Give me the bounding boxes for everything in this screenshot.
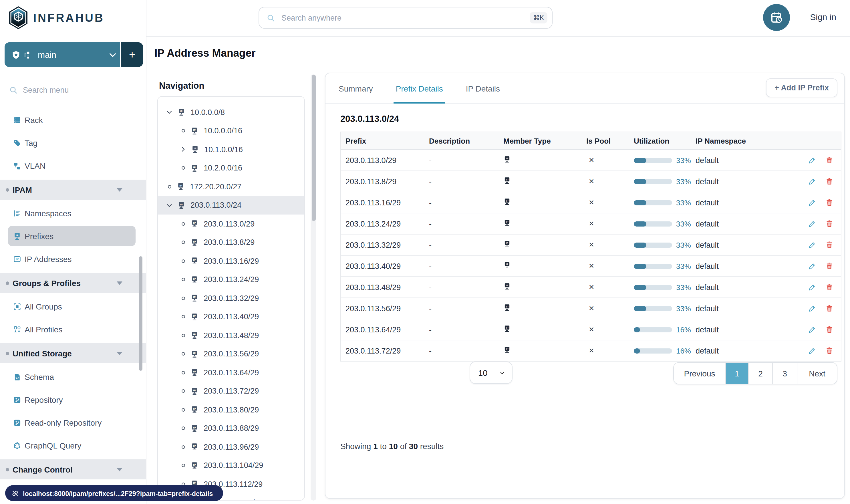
utilization-value: 33% (676, 262, 691, 270)
tree-item[interactable]: IP10.0.0.0/8 (158, 103, 304, 122)
sidebar-item-vlan[interactable]: VLAN (0, 155, 146, 177)
tab-summary[interactable]: Summary (336, 84, 375, 104)
sidebar-search-input[interactable] (22, 85, 146, 95)
sidebar-item-label: Tag (24, 139, 37, 148)
page-button-3[interactable]: 3 (772, 363, 797, 384)
tree-item[interactable]: IP203.0.113.88/29 (158, 419, 304, 438)
edit-icon[interactable] (808, 199, 816, 206)
page-size-select[interactable]: 10 (470, 362, 512, 384)
delete-icon[interactable] (826, 156, 833, 164)
sidebar-section-ipam[interactable]: IPAM (0, 180, 146, 200)
profiles-icon (13, 325, 21, 334)
delete-icon[interactable] (826, 325, 833, 334)
tree-item[interactable]: IP203.0.113.56/29 (158, 345, 304, 363)
page-button-1[interactable]: 1 (725, 363, 748, 384)
cell-utilization: 16% (629, 346, 691, 355)
delete-icon[interactable] (826, 199, 833, 206)
tab-prefix-details[interactable]: Prefix Details (394, 84, 445, 104)
sidebar-item-all-profiles[interactable]: All Profiles (0, 318, 146, 341)
table-row: 203.0.113.8/29-IP✕33%default (341, 170, 841, 192)
search-icon (267, 14, 275, 22)
tree-item[interactable]: IP203.0.113.0/24 (158, 196, 304, 215)
sidebar-scrollbar[interactable] (139, 256, 142, 371)
delete-icon[interactable] (826, 262, 833, 270)
sidebar-item-label: Namespaces (24, 209, 71, 218)
cell-actions (791, 156, 841, 164)
table-row: 203.0.113.0/29-IP✕33%default (341, 150, 841, 170)
tree-item[interactable]: IP10.1.0.0/16 (158, 140, 304, 159)
svg-text:IP: IP (506, 242, 508, 245)
edit-icon[interactable] (808, 177, 816, 185)
cell-ip-namespace: default (691, 346, 791, 355)
sidebar-item-prefixes[interactable]: IPPrefixes (0, 225, 146, 248)
sidebar-item-repository[interactable]: Repository (0, 389, 146, 411)
cell-member-type: IP (499, 198, 582, 207)
ip-prefix-icon: IP (177, 108, 185, 116)
sign-in-button[interactable]: Sign in (810, 12, 836, 22)
sidebar-item-namespaces[interactable]: Namespaces (0, 202, 146, 225)
tree-item[interactable]: IP203.0.113.8/29 (158, 233, 304, 252)
delete-icon[interactable] (826, 220, 833, 228)
sidebar-item-all-groups[interactable]: All Groups (0, 295, 146, 318)
page-button-next[interactable]: Next (797, 363, 837, 384)
tree-item[interactable]: IP203.0.113.64/29 (158, 363, 304, 382)
tree-item[interactable]: IP203.0.113.96/29 (158, 438, 304, 456)
delete-icon[interactable] (826, 304, 833, 312)
sidebar-item-rack[interactable]: Rack (0, 109, 146, 131)
svg-text:IP: IP (506, 157, 508, 160)
sidebar-item-read-only-repository[interactable]: Read-only Repository (0, 411, 146, 434)
tree-item[interactable]: IP172.20.20.0/27 (158, 177, 304, 196)
cell-prefix: 203.0.113.16/29 (341, 198, 424, 207)
page-button-previous[interactable]: Previous (674, 363, 725, 384)
delete-icon[interactable] (826, 241, 833, 249)
sidebar-section-groups-profiles[interactable]: Groups & Profiles (0, 273, 146, 293)
tree-item[interactable]: IP203.0.113.0/29 (158, 215, 304, 233)
sidebar-section-unified-storage[interactable]: Unified Storage (0, 343, 146, 363)
edit-icon[interactable] (808, 241, 816, 249)
tree-item[interactable]: IP203.0.113.32/29 (158, 289, 304, 307)
edit-icon[interactable] (808, 220, 816, 228)
branch-selector[interactable]: main + (4, 42, 143, 67)
tree-item[interactable]: IP10.0.0.0/16 (158, 122, 304, 140)
schedule-button[interactable] (763, 4, 790, 31)
add-ip-prefix-button[interactable]: + Add IP Prefix (766, 78, 837, 97)
sidebar-search[interactable] (0, 79, 146, 101)
tree-item[interactable]: IP203.0.113.80/29 (158, 400, 304, 419)
cell-is-pool: ✕ (582, 241, 629, 249)
tree-item[interactable]: IP203.0.113.40/29 (158, 307, 304, 326)
sidebar-item-tag[interactable]: Tag (0, 131, 146, 155)
tree-item[interactable]: IP10.2.0.0/16 (158, 159, 304, 177)
edit-icon[interactable] (808, 304, 816, 312)
sidebar-item-ip-addresses[interactable]: IPIP Addresses (0, 248, 146, 271)
tree-item[interactable]: IP203.0.113.24/29 (158, 270, 304, 289)
logo[interactable]: INFRAHUB (0, 0, 146, 36)
svg-text:IP: IP (193, 258, 196, 262)
edit-icon[interactable] (808, 325, 816, 334)
sidebar-item-schema[interactable]: Schema (0, 365, 146, 389)
sidebar-item-graphql-query[interactable]: GraphQL Query (0, 434, 146, 457)
delete-icon[interactable] (826, 283, 833, 291)
tree-scrollbar-thumb[interactable] (312, 75, 315, 221)
tree-item-label: 203.0.113.96/29 (204, 443, 259, 451)
tree-item[interactable]: IP203.0.113.16/29 (158, 252, 304, 270)
ip-prefix-icon: IP (191, 164, 198, 172)
delete-icon[interactable] (826, 347, 833, 355)
page-button-2[interactable]: 2 (748, 363, 772, 384)
utilization-bar (634, 200, 672, 205)
tree-item[interactable]: IP203.0.113.72/29 (158, 382, 304, 400)
global-search[interactable]: ⌘K (258, 7, 553, 29)
add-branch-button[interactable]: + (121, 42, 143, 67)
edit-icon[interactable] (808, 262, 816, 270)
sidebar-section-change-control[interactable]: Change Control (0, 460, 146, 480)
tree-item[interactable]: IP203.0.113.104/29 (158, 456, 304, 475)
edit-icon[interactable] (808, 347, 816, 355)
tab-ip-details[interactable]: IP Details (464, 84, 502, 104)
global-search-input[interactable] (280, 13, 530, 23)
delete-icon[interactable] (826, 177, 833, 185)
branch-selector-main[interactable]: main (4, 42, 120, 67)
edit-icon[interactable] (808, 156, 816, 164)
tree-item[interactable]: IP203.0.113.48/29 (158, 326, 304, 345)
cell-description: - (424, 346, 499, 355)
edit-icon[interactable] (808, 283, 816, 291)
cell-actions (791, 177, 841, 185)
